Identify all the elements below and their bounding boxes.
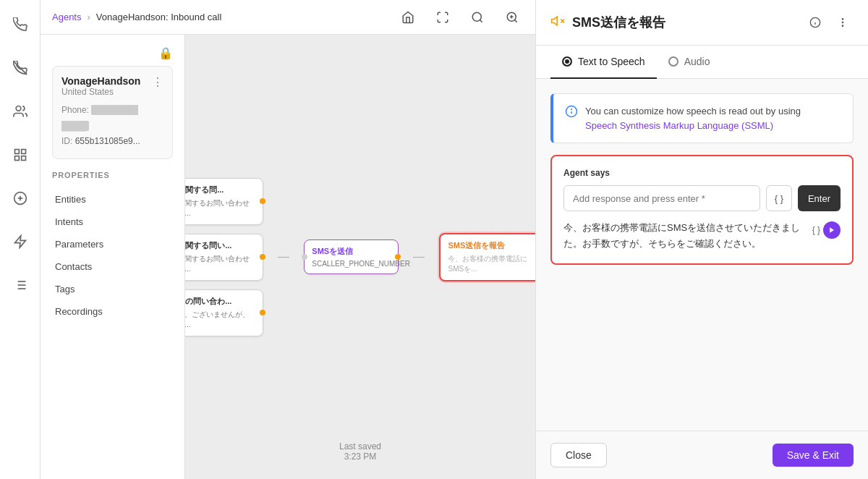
agent-says-input[interactable] <box>563 185 760 211</box>
node-card-3[interactable]: 他の問い合わ... い、ございませんが、こ... <box>185 289 263 336</box>
breadcrumb-current: VonageHandson: Inbound call <box>96 12 221 22</box>
nav-icon-grid[interactable] <box>7 142 33 168</box>
contact-details: Phone: +1 201 875 ████ ID: 655b131085e9.… <box>61 103 163 150</box>
svg-line-17 <box>480 20 482 22</box>
info-icon-btn[interactable] <box>804 12 826 33</box>
close-button[interactable]: Close <box>550 443 607 467</box>
node-dot-1 <box>260 198 265 204</box>
svg-rect-3 <box>21 150 25 154</box>
node-dot-2 <box>260 254 265 260</box>
zoom-icon-btn[interactable] <box>501 6 524 29</box>
svg-rect-2 <box>14 150 19 154</box>
props-item-intents[interactable]: Intents <box>52 211 173 233</box>
breadcrumb-separator: › <box>87 12 90 22</box>
node-column-1: に関する問... に関するお問い合わせで... に関する問い... に関するお問… <box>185 178 263 336</box>
left-panel: 🔒 VonageHandson United States ⋮ Phone: +… <box>41 35 535 479</box>
info-box: You can customize how speech is read out… <box>550 93 854 143</box>
enter-button[interactable]: Enter <box>798 185 841 211</box>
tab-text-to-speech[interactable]: Text to Speech <box>550 46 657 79</box>
contact-name: VonageHandson <box>61 75 140 87</box>
right-panel-body: You can customize how speech is read out… <box>536 79 868 431</box>
props-item-parameters[interactable]: Parameters <box>52 233 173 255</box>
svg-rect-4 <box>14 156 19 161</box>
agent-response-row: 今、お客様の携帯電話にSMSを送信させていただきました。お手数ですが、そちらをご… <box>563 220 841 252</box>
props-item-entities[interactable]: Entities <box>52 188 173 211</box>
sidebar-nav <box>0 0 41 479</box>
nav-icon-list[interactable] <box>7 272 33 298</box>
svg-point-16 <box>472 12 481 21</box>
agent-says-box: Agent says { } Enter 今、お客様の携帯電話にSMSを送信させ… <box>550 155 854 265</box>
main-left: Agents › VonageHandson: Inbound call 🔒 <box>41 0 535 479</box>
node-card-2[interactable]: に関する問い... に関するお問い合わせで... <box>185 234 263 281</box>
sms-node[interactable]: SMSを送信 SCALLER_PHONE_NUMBER <box>304 240 399 274</box>
svg-point-1 <box>16 106 21 111</box>
tabs-row: Text to Speech Audio <box>536 46 868 79</box>
play-button[interactable] <box>823 221 841 239</box>
nav-icon-analytics[interactable] <box>7 185 33 211</box>
tab-radio-audio <box>668 56 678 67</box>
props-item-recordings[interactable]: Recordings <box>52 300 173 323</box>
node-card-1[interactable]: に関する問... に関するお問い合わせで... <box>185 178 263 225</box>
id-label: ID: <box>61 136 72 146</box>
ssml-link[interactable]: Speech Synthesis Markup Language (SSML) <box>585 120 773 131</box>
more-options-icon-btn[interactable] <box>832 12 854 33</box>
save-exit-button[interactable]: Save & Exit <box>773 444 854 467</box>
info-circle-icon <box>565 105 578 121</box>
id-value: 655b131085e9... <box>75 136 140 146</box>
properties-sidebar: 🔒 VonageHandson United States ⋮ Phone: +… <box>41 35 185 479</box>
right-panel: SMS送信を報告 Text to Speech Audio <box>535 0 868 479</box>
svg-marker-34 <box>830 227 834 233</box>
nav-icon-phone2[interactable] <box>7 55 33 81</box>
home-icon-btn[interactable] <box>396 6 420 29</box>
last-saved: Last saved 3:23 PM <box>339 441 381 462</box>
contact-country: United States <box>61 87 140 97</box>
svg-marker-22 <box>552 17 558 25</box>
tab-audio[interactable]: Audio <box>657 46 722 79</box>
svg-point-30 <box>842 25 843 26</box>
svg-line-19 <box>514 20 516 22</box>
props-item-tags[interactable]: Tags <box>52 278 173 300</box>
phone-label: Phone: <box>61 105 89 115</box>
svg-point-28 <box>842 19 843 20</box>
svg-marker-9 <box>14 236 25 248</box>
tab-radio-tts <box>562 56 572 67</box>
contact-card: VonageHandson United States ⋮ Phone: +1 … <box>52 66 173 159</box>
svg-point-29 <box>842 22 843 22</box>
agent-response-text: 今、お客様の携帯電話にSMSを送信させていただきました。お手数ですが、そちらをご… <box>563 220 807 252</box>
breadcrumb-agents[interactable]: Agents <box>52 12 81 22</box>
response-curly-btn[interactable]: { } <box>812 225 820 235</box>
canvas-area: に関する問... に関するお問い合わせで... に関する問い... に関するお問… <box>185 35 535 479</box>
info-text: You can customize how speech is read out… <box>585 104 801 132</box>
tab-audio-label: Audio <box>684 56 710 67</box>
contact-menu-dots[interactable]: ⋮ <box>152 75 163 89</box>
highlight-node[interactable]: SMS送信を報告 ⚠ 今、お客様の携帯電話にSMSを... <box>439 233 535 281</box>
agent-says-label: Agent says <box>563 168 841 178</box>
right-panel-title: SMS送信を報告 <box>572 14 797 31</box>
props-item-contacts[interactable]: Contacts <box>52 255 173 278</box>
properties-title: PROPERTIES <box>52 171 173 179</box>
last-saved-label: Last saved <box>339 441 381 452</box>
sms-node-dot <box>395 254 401 260</box>
volume-icon <box>550 14 565 32</box>
agent-says-input-row: { } Enter <box>563 185 841 211</box>
node-dot-3 <box>260 310 265 315</box>
curly-brace-btn[interactable]: { } <box>766 185 792 211</box>
search-circle-icon-btn[interactable] <box>466 6 489 29</box>
last-saved-time: 3:23 PM <box>339 452 381 462</box>
sms-node-dot-left <box>302 254 307 260</box>
breadcrumb: Agents › VonageHandson: Inbound call <box>52 12 221 22</box>
nav-icon-bolt[interactable] <box>7 229 33 255</box>
right-panel-header-actions <box>804 12 854 33</box>
response-actions: { } <box>812 221 841 239</box>
svg-rect-5 <box>21 156 25 161</box>
tab-tts-label: Text to Speech <box>578 56 645 67</box>
topbar-actions <box>396 6 524 29</box>
right-panel-footer: Close Save & Exit <box>536 431 868 479</box>
right-panel-header: SMS送信を報告 <box>536 0 868 46</box>
lock-icon: 🔒 <box>158 47 173 59</box>
fullscreen-icon-btn[interactable] <box>431 6 454 29</box>
topbar: Agents › VonageHandson: Inbound call <box>41 0 535 35</box>
nav-icon-users[interactable] <box>7 98 33 124</box>
nav-icon-phone[interactable] <box>7 12 33 38</box>
